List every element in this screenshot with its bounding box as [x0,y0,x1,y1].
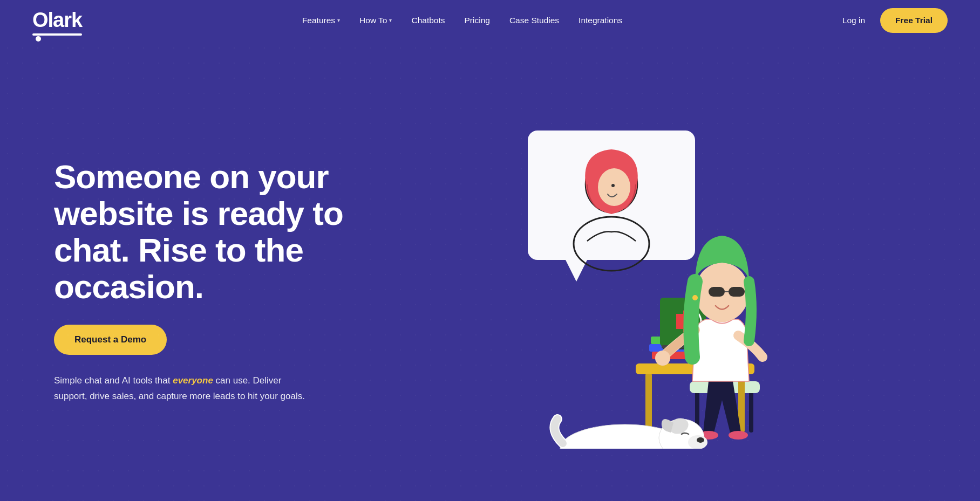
hero-illustration [367,114,937,449]
nav-item-howto[interactable]: How To ▾ [359,16,392,25]
free-trial-button[interactable]: Free Trial [880,8,948,33]
hero-section: Someone on your website is ready to chat… [0,40,980,501]
svg-rect-26 [729,287,745,297]
nav-links: Features ▾ How To ▾ Chatbots Pricing Cas… [302,16,622,25]
chevron-down-icon: ▾ [389,17,392,23]
nav-item-features[interactable]: Features ▾ [302,16,340,25]
svg-point-5 [611,184,615,187]
svg-point-4 [598,168,630,206]
logo-text: Olark [32,9,82,31]
hero-subtext: Simple chat and AI tools that everyone c… [54,373,308,404]
login-link[interactable]: Log in [842,16,865,25]
svg-rect-9 [645,373,652,433]
svg-marker-18 [676,314,683,329]
nav-right: Log in Free Trial [842,8,948,33]
logo-bubble-dot [36,36,41,42]
nav-item-integrations[interactable]: Integrations [579,16,622,25]
hero-headline: Someone on your website is ready to chat… [54,159,367,306]
svg-point-21 [729,431,748,440]
nav-item-case-studies[interactable]: Case Studies [509,16,559,25]
svg-point-28 [692,295,698,300]
navbar: Olark Features ▾ How To ▾ Chatbots Prici… [0,0,980,40]
svg-point-32 [688,435,707,449]
hero-content: Someone on your website is ready to chat… [54,159,367,405]
svg-point-22 [655,351,670,366]
nav-item-chatbots[interactable]: Chatbots [411,16,445,25]
chevron-down-icon: ▾ [337,17,340,23]
nav-item-pricing[interactable]: Pricing [465,16,490,25]
svg-rect-25 [709,287,725,297]
svg-rect-6 [749,389,753,433]
svg-point-33 [697,437,704,443]
request-demo-button[interactable]: Request a Demo [54,325,167,355]
logo[interactable]: Olark [32,9,82,32]
